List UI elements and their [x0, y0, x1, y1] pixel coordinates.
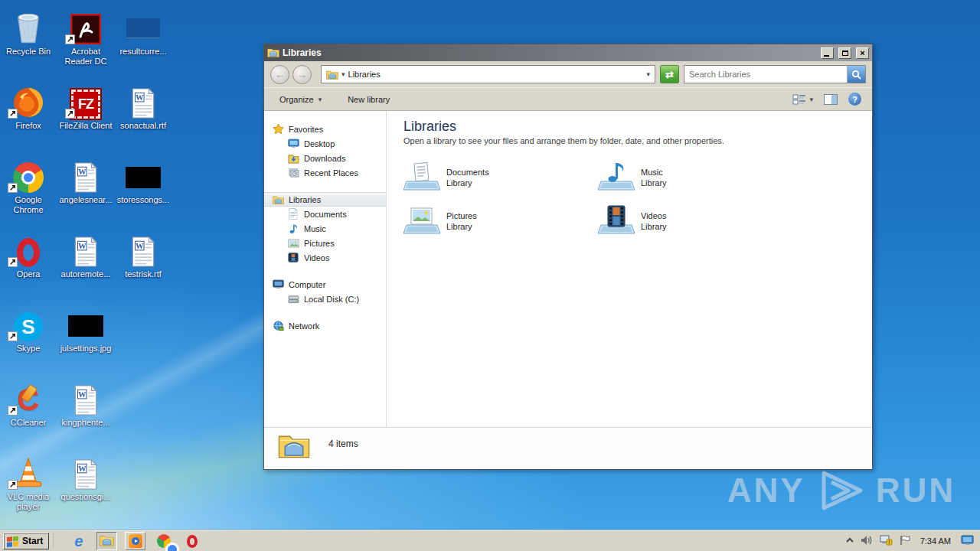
desktop-icon-angelesnear[interactable]: W angelesnear...	[57, 155, 114, 205]
address-text: Libraries	[348, 70, 644, 79]
desktop-icon-testrisk-rtf[interactable]: W testrisk.rtf	[115, 229, 172, 279]
window-titlebar[interactable]: Libraries ×	[264, 44, 872, 61]
chevron-down-icon[interactable]: ▾	[341, 70, 345, 78]
shortcut-arrow-icon	[65, 34, 75, 44]
library-item-documents[interactable]: DocumentsLibrary	[403, 159, 598, 203]
downloads-icon	[287, 152, 299, 165]
ccleaner-icon: C	[0, 377, 57, 416]
shortcut-arrow-icon	[8, 331, 18, 341]
desktop-icon-opera[interactable]: Opera	[0, 229, 57, 279]
libraries-icon	[272, 194, 284, 206]
views-button[interactable]: ▾	[792, 93, 813, 106]
desktop-icon-recycle-bin[interactable]: Recycle Bin	[0, 6, 57, 57]
chrome-icon[interactable]	[153, 532, 174, 550]
taskbar-divider	[53, 533, 57, 549]
taskbar: Start e ! 7:34 AM	[0, 530, 980, 551]
nav-item-label: Network	[289, 321, 319, 331]
desktop-icon-ccleaner[interactable]: CCCleaner	[0, 377, 57, 428]
desktop-icon-skype[interactable]: SSkype	[0, 303, 57, 354]
address-bar[interactable]: ▾ Libraries ▾	[321, 65, 655, 83]
back-button[interactable]: ←	[270, 65, 289, 84]
nav-item-label: Computer	[289, 280, 325, 289]
nav-item-documents[interactable]: Documents	[264, 207, 386, 221]
nav-item-computer[interactable]: Computer	[264, 277, 386, 292]
close-button[interactable]: ×	[856, 47, 869, 59]
address-dropdown-icon[interactable]: ▾	[646, 70, 650, 78]
library-item-videos[interactable]: VideosLibrary	[598, 203, 792, 246]
shortcut-arrow-icon	[8, 183, 18, 193]
vlc-icon	[0, 452, 57, 490]
desktop-icon-autoremote[interactable]: W autoremote...	[57, 229, 114, 279]
clock[interactable]: 7:34 AM	[920, 536, 951, 546]
library-item-label: MusicLibrary	[641, 159, 667, 188]
minimize-button[interactable]	[821, 47, 834, 59]
opera-icon[interactable]	[181, 532, 202, 550]
desktop-icon-julsettings-jpg[interactable]: julsettings.jpg	[57, 303, 114, 354]
library-item-label: PicturesLibrary	[446, 203, 477, 232]
search-icon[interactable]	[847, 66, 865, 83]
nav-item-pictures[interactable]: Pictures	[264, 236, 386, 250]
nav-item-label: Favorites	[289, 125, 323, 134]
desktop-icon-storessongs[interactable]: storessongs...	[115, 155, 172, 205]
desktop-icon-vlc-media-player[interactable]: VLC media player	[0, 452, 57, 512]
search-input[interactable]	[684, 70, 847, 79]
desktop-icon-label: Recycle Bin	[0, 47, 57, 57]
maximize-button[interactable]	[838, 47, 851, 59]
skype-icon: S	[0, 303, 57, 341]
nav-item-label: Desktop	[304, 139, 335, 148]
address-bar-row: ← → ▾ Libraries ▾ ⇄	[264, 61, 872, 87]
internet-explorer-icon[interactable]: e	[68, 532, 89, 550]
volume-icon[interactable]	[861, 535, 873, 547]
shortcut-arrow-icon	[8, 406, 18, 416]
windows-media-player-icon[interactable]	[125, 532, 145, 550]
svg-text:W: W	[78, 390, 87, 399]
windows-explorer-icon[interactable]	[96, 532, 117, 550]
hidden-icons-chevron-icon[interactable]	[846, 536, 854, 546]
desktop-icon-google-chrome[interactable]: Google Chrome	[0, 155, 57, 215]
action-center-flag-icon[interactable]	[900, 535, 910, 547]
star-icon	[272, 123, 284, 135]
desktop-icon	[287, 138, 299, 150]
item-count: 4 items	[328, 432, 358, 449]
svg-text:W: W	[78, 465, 87, 473]
nav-item-label: Local Disk (C:)	[304, 295, 359, 304]
refresh-button[interactable]: ⇄	[660, 65, 679, 83]
desktop-monitor-icon[interactable]	[961, 535, 974, 547]
nav-item-downloads[interactable]: Downloads	[264, 151, 386, 165]
search-box[interactable]	[684, 65, 866, 83]
start-button[interactable]: Start	[3, 533, 49, 549]
nav-item-local-disk-c[interactable]: Local Disk (C:)	[264, 292, 386, 306]
svg-text:W: W	[136, 242, 144, 250]
desktop-icon-filezilla-client[interactable]: FZFileZilla Client	[57, 80, 114, 131]
nav-item-favorites[interactable]: Favorites	[264, 122, 386, 136]
desktop-icon-label: angelesnear...	[57, 195, 114, 205]
library-item-pictures[interactable]: PicturesLibrary	[403, 203, 598, 246]
desktop-icon-sonactual-rtf[interactable]: W sonactual.rtf	[115, 80, 172, 131]
desktop-icon-acrobat-reader-dc[interactable]: Acrobat Reader DC	[57, 6, 114, 67]
desktop-icon-resultcurre[interactable]: resultcurre...	[115, 6, 172, 57]
nav-item-network[interactable]: Network	[264, 318, 386, 333]
nav-item-music[interactable]: Music	[264, 221, 386, 236]
help-icon[interactable]: ?	[848, 93, 861, 106]
preview-pane-button[interactable]	[824, 94, 838, 105]
network-warning-icon[interactable]: !	[880, 535, 893, 547]
forward-button[interactable]: →	[292, 65, 312, 84]
nav-item-label: Music	[304, 224, 326, 233]
nav-item-videos[interactable]: Videos	[264, 250, 386, 265]
chevron-down-icon: ▾	[809, 96, 813, 103]
desktop-icon-firefox[interactable]: Firefox	[0, 80, 57, 131]
desktop-icon-kingphente[interactable]: W kingphente...	[57, 377, 114, 428]
shortcut-arrow-icon	[8, 109, 18, 119]
desktop-icon-questionsgi[interactable]: W questionsgi...	[57, 452, 114, 502]
libraries-folder-icon	[326, 68, 338, 80]
desktop-icon-label: FileZilla Client	[57, 121, 114, 131]
organize-button[interactable]: Organize▾	[275, 93, 326, 106]
library-items-grid: DocumentsLibrary MusicLibrary PicturesLi…	[403, 159, 872, 246]
nav-item-desktop[interactable]: Desktop	[264, 136, 386, 151]
nav-item-recent-places[interactable]: Recent Places	[264, 165, 386, 180]
network-icon	[272, 320, 284, 332]
nav-item-libraries[interactable]: Libraries	[264, 192, 386, 207]
library-item-music[interactable]: MusicLibrary	[598, 159, 792, 203]
new-library-button[interactable]: New library	[343, 93, 394, 106]
computer-icon	[272, 279, 284, 291]
